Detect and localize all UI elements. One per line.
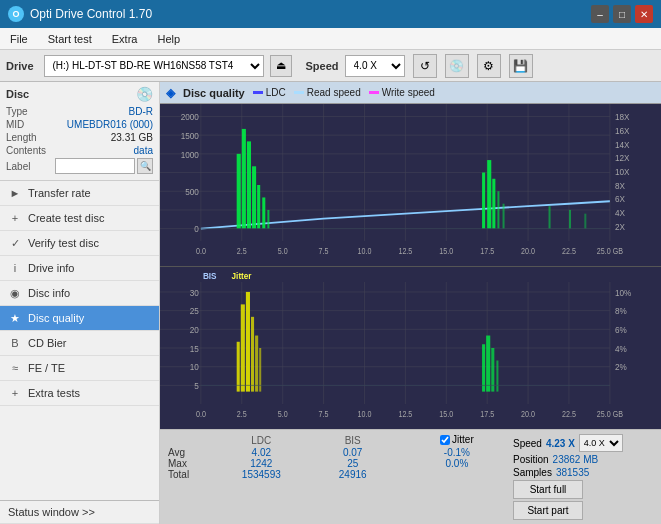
disc-label-label: Label	[6, 161, 30, 172]
row-total-label: Total	[168, 469, 208, 480]
svg-rect-44	[237, 154, 241, 229]
row-max-label: Max	[168, 458, 208, 469]
svg-text:12.5: 12.5	[398, 409, 412, 419]
menu-extra[interactable]: Extra	[108, 32, 142, 46]
status-window-button[interactable]: Status window >>	[0, 501, 159, 524]
row-max-bis: 25	[315, 458, 391, 469]
verify-test-disc-icon: ✓	[8, 236, 22, 250]
sidebar-item-create-test-disc-label: Create test disc	[28, 212, 104, 224]
svg-rect-47	[252, 166, 256, 228]
disc-quality-icon: ★	[8, 311, 22, 325]
svg-text:14X: 14X	[615, 139, 630, 150]
refresh-button[interactable]: ↺	[413, 54, 437, 78]
jitter-col-label: Jitter	[452, 434, 474, 445]
svg-text:2.5: 2.5	[237, 246, 247, 256]
chart-title: Disc quality	[183, 87, 245, 99]
close-button[interactable]: ✕	[635, 5, 653, 23]
svg-text:8%: 8%	[615, 306, 627, 317]
minimize-button[interactable]: –	[591, 5, 609, 23]
disc-info-icon: ◉	[8, 286, 22, 300]
sidebar-item-fe-te[interactable]: ≈ FE / TE	[0, 356, 159, 381]
drive-select[interactable]: (H:) HL-DT-ST BD-RE WH16NS58 TST4	[44, 55, 264, 77]
svg-text:10.0: 10.0	[358, 246, 372, 256]
samples-val: 381535	[556, 467, 589, 478]
svg-rect-103	[241, 304, 245, 391]
disc-button[interactable]: 💿	[445, 54, 469, 78]
sidebar-item-disc-quality-label: Disc quality	[28, 312, 84, 324]
write-speed-legend-color	[369, 91, 379, 94]
speed-dropdown[interactable]: 4.0 X	[579, 434, 623, 452]
svg-text:15: 15	[190, 343, 199, 354]
svg-text:6X: 6X	[615, 194, 625, 205]
menu-start-test[interactable]: Start test	[44, 32, 96, 46]
svg-text:25.0 GB: 25.0 GB	[597, 409, 623, 419]
disc-title: Disc	[6, 88, 29, 100]
disc-contents-value: data	[134, 145, 153, 156]
stats-table-container: LDC BIS Jitter Avg 4.02 0.07	[168, 434, 503, 520]
create-test-disc-icon: +	[8, 211, 22, 225]
menu-file[interactable]: File	[6, 32, 32, 46]
sidebar-item-disc-quality[interactable]: ★ Disc quality	[0, 306, 159, 331]
disc-type-label: Type	[6, 106, 28, 117]
jitter-checkbox[interactable]	[440, 435, 450, 445]
disc-type-row: Type BD-R	[6, 106, 153, 117]
save-button[interactable]: 💾	[509, 54, 533, 78]
svg-text:22.5: 22.5	[562, 246, 576, 256]
main-layout: Disc 💿 Type BD-R MID UMEBDR016 (000) Len…	[0, 82, 661, 524]
chart-icon: ◈	[166, 86, 175, 100]
lower-chart-svg: BIS Jitter	[160, 267, 661, 429]
settings-button[interactable]: ⚙	[477, 54, 501, 78]
disc-label-input[interactable]	[55, 158, 135, 174]
svg-rect-111	[496, 360, 498, 391]
disc-label-browse-button[interactable]: 🔍	[137, 158, 153, 174]
sidebar-item-transfer-rate[interactable]: ► Transfer rate	[0, 181, 159, 206]
sidebar-item-verify-test-disc-label: Verify test disc	[28, 237, 99, 249]
svg-text:7.5: 7.5	[319, 246, 329, 256]
sidebar-item-create-test-disc[interactable]: + Create test disc	[0, 206, 159, 231]
svg-rect-45	[242, 129, 246, 229]
row-avg-bis: 0.07	[315, 447, 391, 458]
sidebar-item-extra-tests[interactable]: + Extra tests	[0, 381, 159, 406]
svg-text:4X: 4X	[615, 207, 625, 218]
position-val: 23862 MB	[553, 454, 599, 465]
nav-items: ► Transfer rate + Create test disc ✓ Ver…	[0, 181, 159, 500]
sidebar-item-verify-test-disc[interactable]: ✓ Verify test disc	[0, 231, 159, 256]
drive-label: Drive	[6, 60, 34, 72]
svg-rect-52	[487, 160, 491, 229]
speed-select[interactable]: 4.0 X	[345, 55, 405, 77]
svg-text:15.0: 15.0	[439, 246, 453, 256]
sidebar-item-disc-info-label: Disc info	[28, 287, 70, 299]
svg-rect-54	[497, 191, 499, 228]
chart-header: ◈ Disc quality LDC Read speed Write spee…	[160, 82, 661, 104]
svg-text:0.0: 0.0	[196, 409, 206, 419]
menu-help[interactable]: Help	[153, 32, 184, 46]
sidebar-item-drive-info[interactable]: i Drive info	[0, 256, 159, 281]
svg-text:1500: 1500	[181, 130, 199, 141]
drive-bar: Drive (H:) HL-DT-ST BD-RE WH16NS58 TST4 …	[0, 50, 661, 82]
row-max-ldc: 1242	[208, 458, 315, 469]
start-full-button[interactable]: Start full	[513, 480, 583, 499]
svg-rect-53	[492, 179, 495, 229]
maximize-button[interactable]: □	[613, 5, 631, 23]
svg-text:2000: 2000	[181, 111, 199, 122]
samples-label: Samples	[513, 467, 552, 478]
disc-header: Disc 💿	[6, 86, 153, 102]
disc-label-input-group: 🔍	[55, 158, 153, 174]
samples-row: Samples 381535	[513, 467, 653, 478]
sidebar-item-cd-bier[interactable]: B CD Bier	[0, 331, 159, 356]
svg-rect-102	[237, 342, 240, 392]
svg-text:6%: 6%	[615, 324, 627, 335]
read-speed-legend-color	[294, 91, 304, 94]
upper-chart-svg: 2000 1500 1000 500 0 18X 16X 14X 12X 10X…	[160, 104, 661, 266]
svg-rect-0	[160, 104, 661, 266]
extra-tests-icon: +	[8, 386, 22, 400]
eject-button[interactable]: ⏏	[270, 55, 292, 77]
legend-write-speed: Write speed	[369, 87, 435, 98]
sidebar-item-fe-te-label: FE / TE	[28, 362, 65, 374]
svg-text:7.5: 7.5	[319, 409, 329, 419]
disc-length-row: Length 23.31 GB	[6, 132, 153, 143]
svg-text:BIS: BIS	[203, 271, 217, 282]
start-part-button[interactable]: Start part	[513, 501, 583, 520]
sidebar-item-disc-info[interactable]: ◉ Disc info	[0, 281, 159, 306]
svg-text:12X: 12X	[615, 153, 630, 164]
